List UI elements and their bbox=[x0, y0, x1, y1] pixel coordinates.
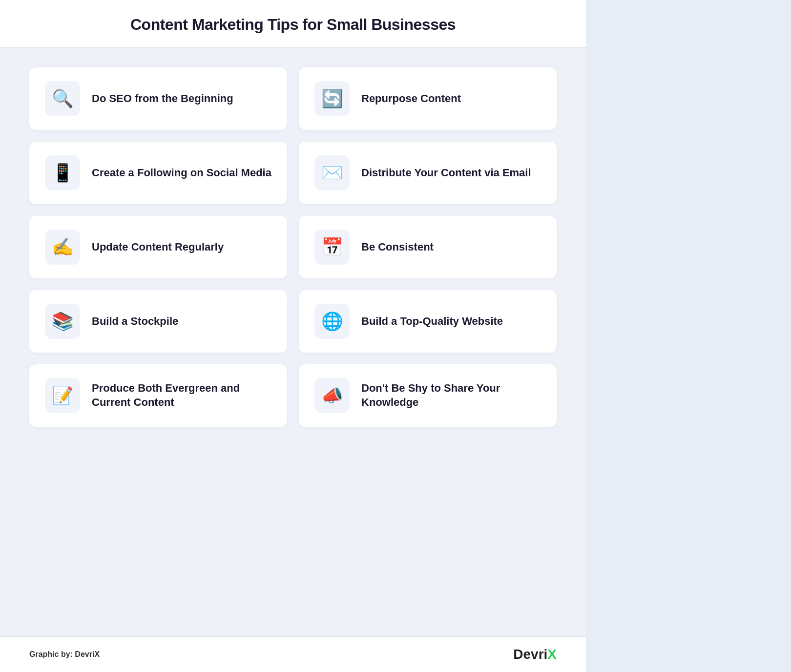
card-update: ✍️Update Content Regularly bbox=[29, 216, 287, 278]
footer-credit-prefix: Graphic by: bbox=[29, 650, 75, 658]
card-icon-knowledge: 📣 bbox=[314, 378, 350, 413]
card-icon-consistent: 📅 bbox=[314, 230, 350, 265]
card-label-knowledge: Don't Be Shy to Share Your Knowledge bbox=[361, 381, 541, 409]
card-label-website: Build a Top-Quality Website bbox=[361, 315, 503, 329]
card-stockpile: 📚Build a Stockpile bbox=[29, 290, 287, 353]
logo-x: X bbox=[547, 647, 557, 662]
card-social: 📱Create a Following on Social Media bbox=[29, 142, 287, 204]
card-icon-seo: 🔍 bbox=[45, 81, 80, 116]
card-repurpose: 🔄Repurpose Content bbox=[299, 67, 557, 130]
cards-grid: 🔍Do SEO from the Beginning🔄Repurpose Con… bbox=[29, 67, 557, 427]
card-label-evergreen: Produce Both Evergreen and Current Conte… bbox=[92, 381, 271, 409]
card-email: ✉️Distribute Your Content via Email bbox=[299, 142, 557, 204]
main-content: 🔍Do SEO from the Beginning🔄Repurpose Con… bbox=[0, 48, 586, 636]
footer: Graphic by: DevriX DevriX bbox=[0, 636, 586, 672]
card-icon-repurpose: 🔄 bbox=[314, 81, 350, 116]
card-knowledge: 📣Don't Be Shy to Share Your Knowledge bbox=[299, 364, 557, 427]
card-icon-email: ✉️ bbox=[314, 155, 350, 190]
card-label-repurpose: Repurpose Content bbox=[361, 92, 461, 106]
card-label-email: Distribute Your Content via Email bbox=[361, 166, 531, 180]
card-consistent: 📅Be Consistent bbox=[299, 216, 557, 278]
footer-credit: Graphic by: DevriX bbox=[29, 650, 100, 659]
logo: DevriX bbox=[513, 647, 557, 662]
card-evergreen: 📝Produce Both Evergreen and Current Cont… bbox=[29, 364, 287, 427]
card-icon-update: ✍️ bbox=[45, 230, 80, 265]
page-wrapper: Content Marketing Tips for Small Busines… bbox=[0, 0, 586, 672]
card-website: 🌐Build a Top-Quality Website bbox=[299, 290, 557, 353]
card-label-social: Create a Following on Social Media bbox=[92, 166, 271, 180]
header: Content Marketing Tips for Small Busines… bbox=[0, 0, 586, 48]
card-icon-evergreen: 📝 bbox=[45, 378, 80, 413]
card-label-seo: Do SEO from the Beginning bbox=[92, 92, 233, 106]
card-seo: 🔍Do SEO from the Beginning bbox=[29, 67, 287, 130]
card-label-stockpile: Build a Stockpile bbox=[92, 315, 178, 329]
logo-text: Devri bbox=[513, 647, 547, 662]
page-title: Content Marketing Tips for Small Busines… bbox=[29, 16, 557, 34]
card-icon-social: 📱 bbox=[45, 155, 80, 190]
footer-credit-brand: DevriX bbox=[75, 650, 100, 658]
card-icon-website: 🌐 bbox=[314, 304, 350, 339]
card-label-update: Update Content Regularly bbox=[92, 240, 224, 254]
card-icon-stockpile: 📚 bbox=[45, 304, 80, 339]
card-label-consistent: Be Consistent bbox=[361, 240, 434, 254]
